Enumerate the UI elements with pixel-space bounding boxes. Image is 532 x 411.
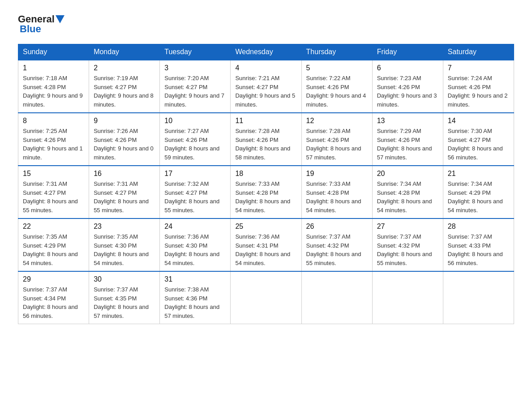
day-info: Sunrise: 7:20 AM Sunset: 4:27 PM Dayligh… [164, 74, 226, 109]
calendar-empty-cell [231, 271, 301, 324]
calendar-day-12: 12 Sunrise: 7:28 AM Sunset: 4:26 PM Dayl… [301, 113, 372, 166]
logo-triangle-icon [56, 15, 64, 23]
day-number: 28 [448, 223, 509, 231]
day-number: 26 [306, 223, 368, 231]
calendar-day-26: 26 Sunrise: 7:37 AM Sunset: 4:32 PM Dayl… [301, 218, 372, 271]
calendar-day-3: 3 Sunrise: 7:20 AM Sunset: 4:27 PM Dayli… [160, 60, 231, 113]
calendar-day-6: 6 Sunrise: 7:23 AM Sunset: 4:26 PM Dayli… [372, 60, 443, 113]
calendar-day-9: 9 Sunrise: 7:26 AM Sunset: 4:26 PM Dayli… [89, 113, 160, 166]
day-number: 5 [306, 64, 368, 72]
day-info: Sunrise: 7:37 AM Sunset: 4:32 PM Dayligh… [377, 232, 438, 267]
day-info: Sunrise: 7:33 AM Sunset: 4:28 PM Dayligh… [306, 180, 368, 214]
col-header-saturday: Saturday [443, 44, 514, 60]
calendar-empty-cell [301, 271, 372, 324]
calendar-day-31: 31 Sunrise: 7:38 AM Sunset: 4:36 PM Dayl… [160, 271, 231, 324]
day-number: 22 [23, 223, 84, 231]
day-number: 21 [448, 170, 509, 178]
day-info: Sunrise: 7:21 AM Sunset: 4:27 PM Dayligh… [235, 74, 296, 109]
calendar-day-1: 1 Sunrise: 7:18 AM Sunset: 4:28 PM Dayli… [18, 60, 89, 113]
col-header-wednesday: Wednesday [231, 44, 301, 60]
day-number: 19 [306, 170, 368, 178]
day-info: Sunrise: 7:37 AM Sunset: 4:33 PM Dayligh… [448, 232, 509, 267]
day-info: Sunrise: 7:25 AM Sunset: 4:26 PM Dayligh… [23, 127, 84, 162]
day-number: 24 [164, 223, 226, 231]
calendar-day-20: 20 Sunrise: 7:34 AM Sunset: 4:28 PM Dayl… [372, 166, 443, 218]
day-number: 20 [377, 170, 438, 178]
day-number: 30 [94, 275, 155, 283]
col-header-sunday: Sunday [18, 44, 89, 60]
day-info: Sunrise: 7:23 AM Sunset: 4:26 PM Dayligh… [377, 74, 438, 109]
day-number: 8 [23, 117, 84, 125]
col-header-friday: Friday [372, 44, 443, 60]
day-info: Sunrise: 7:37 AM Sunset: 4:34 PM Dayligh… [23, 285, 84, 320]
col-header-thursday: Thursday [301, 44, 372, 60]
calendar-day-4: 4 Sunrise: 7:21 AM Sunset: 4:27 PM Dayli… [231, 60, 301, 113]
day-number: 1 [23, 64, 84, 72]
calendar-day-18: 18 Sunrise: 7:33 AM Sunset: 4:28 PM Dayl… [231, 166, 301, 218]
day-number: 17 [164, 170, 226, 178]
day-number: 11 [235, 117, 296, 125]
calendar-week-row: 29 Sunrise: 7:37 AM Sunset: 4:34 PM Dayl… [18, 271, 514, 324]
calendar-day-27: 27 Sunrise: 7:37 AM Sunset: 4:32 PM Dayl… [372, 218, 443, 271]
calendar-day-23: 23 Sunrise: 7:35 AM Sunset: 4:30 PM Dayl… [89, 218, 160, 271]
calendar-empty-cell [372, 271, 443, 324]
day-info: Sunrise: 7:33 AM Sunset: 4:28 PM Dayligh… [235, 180, 296, 214]
calendar-day-10: 10 Sunrise: 7:27 AM Sunset: 4:26 PM Dayl… [160, 113, 231, 166]
day-info: Sunrise: 7:18 AM Sunset: 4:28 PM Dayligh… [23, 74, 84, 109]
day-info: Sunrise: 7:22 AM Sunset: 4:26 PM Dayligh… [306, 74, 368, 109]
day-number: 29 [23, 275, 84, 283]
calendar-day-17: 17 Sunrise: 7:32 AM Sunset: 4:27 PM Dayl… [160, 166, 231, 218]
day-info: Sunrise: 7:35 AM Sunset: 4:30 PM Dayligh… [94, 232, 155, 267]
calendar-day-16: 16 Sunrise: 7:31 AM Sunset: 4:27 PM Dayl… [89, 166, 160, 218]
day-info: Sunrise: 7:32 AM Sunset: 4:27 PM Dayligh… [164, 180, 226, 214]
calendar-week-row: 8 Sunrise: 7:25 AM Sunset: 4:26 PM Dayli… [18, 113, 514, 166]
day-number: 7 [448, 64, 509, 72]
day-number: 13 [377, 117, 438, 125]
calendar-day-22: 22 Sunrise: 7:35 AM Sunset: 4:29 PM Dayl… [18, 218, 89, 271]
day-number: 14 [448, 117, 509, 125]
day-number: 4 [235, 64, 296, 72]
day-number: 23 [94, 223, 155, 231]
calendar-week-row: 1 Sunrise: 7:18 AM Sunset: 4:28 PM Dayli… [18, 60, 514, 113]
calendar-week-row: 22 Sunrise: 7:35 AM Sunset: 4:29 PM Dayl… [18, 218, 514, 271]
day-info: Sunrise: 7:37 AM Sunset: 4:32 PM Dayligh… [306, 232, 368, 267]
day-info: Sunrise: 7:26 AM Sunset: 4:26 PM Dayligh… [94, 127, 155, 162]
day-info: Sunrise: 7:31 AM Sunset: 4:27 PM Dayligh… [94, 180, 155, 214]
day-info: Sunrise: 7:28 AM Sunset: 4:26 PM Dayligh… [306, 127, 368, 162]
day-number: 2 [94, 64, 155, 72]
calendar-day-25: 25 Sunrise: 7:36 AM Sunset: 4:31 PM Dayl… [231, 218, 301, 271]
calendar-day-2: 2 Sunrise: 7:19 AM Sunset: 4:27 PM Dayli… [89, 60, 160, 113]
col-header-tuesday: Tuesday [160, 44, 231, 60]
logo-blue-text: Blue [18, 23, 41, 35]
logo: General Blue [18, 13, 65, 35]
day-info: Sunrise: 7:36 AM Sunset: 4:31 PM Dayligh… [235, 232, 296, 267]
calendar-day-7: 7 Sunrise: 7:24 AM Sunset: 4:26 PM Dayli… [443, 60, 514, 113]
day-info: Sunrise: 7:34 AM Sunset: 4:29 PM Dayligh… [448, 180, 509, 214]
calendar-empty-cell [443, 271, 514, 324]
calendar-day-19: 19 Sunrise: 7:33 AM Sunset: 4:28 PM Dayl… [301, 166, 372, 218]
day-info: Sunrise: 7:27 AM Sunset: 4:26 PM Dayligh… [164, 127, 226, 162]
day-number: 16 [94, 170, 155, 178]
day-info: Sunrise: 7:35 AM Sunset: 4:29 PM Dayligh… [23, 232, 84, 267]
day-info: Sunrise: 7:30 AM Sunset: 4:27 PM Dayligh… [448, 127, 509, 162]
day-info: Sunrise: 7:19 AM Sunset: 4:27 PM Dayligh… [94, 74, 155, 109]
page-header: General Blue [18, 13, 514, 35]
col-header-monday: Monday [89, 44, 160, 60]
calendar-week-row: 15 Sunrise: 7:31 AM Sunset: 4:27 PM Dayl… [18, 166, 514, 218]
calendar-table: SundayMondayTuesdayWednesdayThursdayFrid… [18, 44, 514, 324]
calendar-day-21: 21 Sunrise: 7:34 AM Sunset: 4:29 PM Dayl… [443, 166, 514, 218]
calendar-day-8: 8 Sunrise: 7:25 AM Sunset: 4:26 PM Dayli… [18, 113, 89, 166]
calendar-day-30: 30 Sunrise: 7:37 AM Sunset: 4:35 PM Dayl… [89, 271, 160, 324]
calendar-day-14: 14 Sunrise: 7:30 AM Sunset: 4:27 PM Dayl… [443, 113, 514, 166]
calendar-day-11: 11 Sunrise: 7:28 AM Sunset: 4:26 PM Dayl… [231, 113, 301, 166]
day-number: 18 [235, 170, 296, 178]
day-number: 15 [23, 170, 84, 178]
day-info: Sunrise: 7:37 AM Sunset: 4:35 PM Dayligh… [94, 285, 155, 320]
day-info: Sunrise: 7:28 AM Sunset: 4:26 PM Dayligh… [235, 127, 296, 162]
day-number: 27 [377, 223, 438, 231]
day-info: Sunrise: 7:24 AM Sunset: 4:26 PM Dayligh… [448, 74, 509, 109]
day-number: 3 [164, 64, 226, 72]
day-info: Sunrise: 7:29 AM Sunset: 4:26 PM Dayligh… [377, 127, 438, 162]
calendar-day-24: 24 Sunrise: 7:36 AM Sunset: 4:30 PM Dayl… [160, 218, 231, 271]
day-info: Sunrise: 7:38 AM Sunset: 4:36 PM Dayligh… [164, 285, 226, 320]
